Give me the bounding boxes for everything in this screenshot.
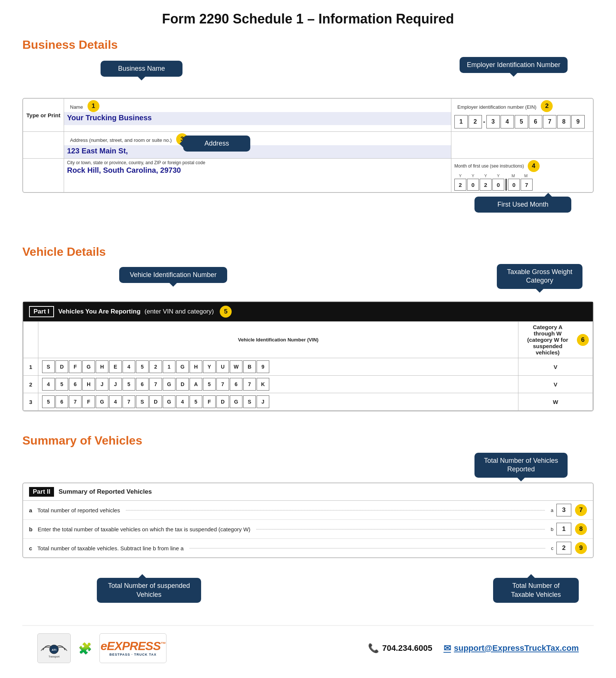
vehicle-table: Vehicle Identification Number (VIN) Cate… bbox=[23, 321, 593, 411]
bubble-suspended: Total Number of suspended Vehicles bbox=[97, 578, 201, 603]
badge-9: 9 bbox=[575, 542, 587, 554]
summary-val-a: 3 bbox=[556, 504, 571, 516]
summary-label-b: Enter the total number of taxable vehicl… bbox=[38, 526, 250, 532]
bubble-taxable: Total Number of Taxable Vehicles bbox=[493, 578, 579, 603]
business-section: Business Details Business Name Employer … bbox=[22, 38, 594, 223]
ein-digit-1: 1 bbox=[454, 115, 468, 128]
puzzle-connector: 🧩 bbox=[78, 642, 92, 655]
vehicle-row-1: 1 SDFGHE4521GHYUWB9 V bbox=[23, 358, 593, 376]
vehicle-vin-2: 456HJJ567GDA5767K bbox=[38, 376, 518, 393]
vehicle-vin-1: SDFGHE4521GHYUWB9 bbox=[38, 358, 518, 376]
summary-part-label: Part II bbox=[29, 487, 54, 497]
summary-key-c: c bbox=[29, 545, 32, 551]
month-m2: 7 bbox=[521, 179, 533, 191]
business-form-box: Type or Print Name 1 Your Trucking Busin… bbox=[22, 98, 594, 193]
ein-field-label: Employer identification number (EIN) bbox=[454, 103, 539, 110]
vehicle-num-2: 2 bbox=[23, 376, 38, 393]
footer-phone: 📞 704.234.6005 bbox=[368, 643, 432, 653]
vehicle-section: Vehicle Details Vehicle Identification N… bbox=[22, 245, 594, 411]
ein-digit-4: 4 bbox=[501, 115, 514, 128]
footer-email[interactable]: ✉ support@ExpressTruckTax.com bbox=[444, 643, 579, 653]
address-value: 123 East Main St, bbox=[64, 145, 451, 158]
month-y4: 0 bbox=[492, 179, 504, 191]
business-section-title: Business Details bbox=[22, 38, 594, 52]
summary-header-text: Summary of Reported Vehicles bbox=[58, 488, 152, 496]
address-field-label: Address (number, street, and room or sui… bbox=[67, 136, 175, 143]
vehicle-row-2: 2 456HJJ567GDA5767K V bbox=[23, 376, 593, 393]
vehicle-num-1: 1 bbox=[23, 358, 38, 376]
vehicle-header: Part I Vehicles You Are Reporting (enter… bbox=[23, 302, 593, 321]
summary-label-a: Total number of reported vehicles bbox=[37, 507, 120, 513]
footer-logos: ATI Transport 🧩 eEXPRESS™ BESTPASS · TRU… bbox=[37, 633, 166, 663]
vehicle-cat-2: V bbox=[518, 376, 593, 393]
vehicle-section-title: Vehicle Details bbox=[22, 245, 594, 259]
badge-5: 5 bbox=[220, 306, 232, 318]
summary-row-a: a Total number of reported vehicles a 3 … bbox=[23, 501, 593, 520]
svg-text:ATI: ATI bbox=[52, 648, 56, 652]
email-icon: ✉ bbox=[444, 643, 451, 653]
ati-logo: ATI Transport bbox=[37, 633, 71, 663]
month-y2: 0 bbox=[467, 179, 479, 191]
first-use-label: Month of first use (see instructions) bbox=[454, 163, 524, 169]
ein-digit-3: 3 bbox=[486, 115, 500, 128]
ein-digit-7: 7 bbox=[543, 115, 556, 128]
bubble-vin: Vehicle Identification Number bbox=[119, 267, 227, 283]
bubble-ein: Employer Identification Number bbox=[460, 57, 568, 73]
summary-key-a: a bbox=[29, 507, 32, 513]
vehicle-row-3: 3 567FG47SDG45FDGSJ W bbox=[23, 393, 593, 411]
summary-section-title: Summary of Vehicles bbox=[22, 434, 594, 448]
summary-row-c: c Total number of taxable vehicles. Subt… bbox=[23, 539, 593, 557]
badge-4: 4 bbox=[528, 160, 540, 172]
summary-value-box-c: c 2 9 bbox=[551, 542, 587, 554]
summary-value-box-b: b 1 8 bbox=[551, 523, 587, 535]
vehicle-form-box: Part I Vehicles You Are Reporting (enter… bbox=[22, 301, 594, 411]
col-vin-header: Vehicle Identification Number (VIN) bbox=[38, 322, 518, 358]
bubble-first-used: First Used Month bbox=[474, 197, 571, 213]
summary-form-box: Part II Summary of Reported Vehicles a T… bbox=[22, 483, 594, 558]
phone-icon: 📞 bbox=[368, 643, 379, 653]
vehicle-cat-3: W bbox=[518, 393, 593, 411]
summary-val-b: 1 bbox=[556, 523, 571, 535]
footer: ATI Transport 🧩 eEXPRESS™ BESTPASS · TRU… bbox=[22, 625, 594, 671]
summary-section: Summary of Vehicles Total Number of Vehi… bbox=[22, 434, 594, 610]
badge-2: 2 bbox=[541, 100, 553, 112]
summary-row-b: b Enter the total number of taxable vehi… bbox=[23, 520, 593, 539]
bubble-business-name: Business Name bbox=[101, 61, 182, 77]
month-y1: 2 bbox=[454, 179, 466, 191]
summary-value-box-a: a 3 7 bbox=[551, 504, 587, 516]
ein-digit-2: 2 bbox=[469, 115, 482, 128]
svg-text:Transport: Transport bbox=[48, 655, 60, 658]
vehicle-header-text: Vehicles You Are Reporting (enter VIN an… bbox=[58, 308, 214, 315]
badge-7: 7 bbox=[575, 504, 587, 516]
express-sub: BESTPASS · TRUCK TAX bbox=[101, 653, 165, 657]
express-logo: eEXPRESS™ BESTPASS · TRUCK TAX bbox=[99, 633, 166, 663]
bubble-total-reported: Total Number of Vehicles Reported bbox=[474, 453, 568, 478]
summary-label-c: Total number of taxable vehicles. Subtra… bbox=[37, 545, 184, 551]
badge-8: 8 bbox=[575, 523, 587, 535]
city-value: Rock Hill, South Carolina, 29730 bbox=[64, 165, 451, 178]
ein-digit-6: 6 bbox=[529, 115, 542, 128]
city-field-label: City or town, state or province, country… bbox=[64, 159, 451, 165]
email-address[interactable]: support@ExpressTruckTax.com bbox=[454, 643, 579, 653]
ein-dash: - bbox=[483, 118, 486, 126]
ein-digit-8: 8 bbox=[557, 115, 571, 128]
type-or-print-label: Type or Print bbox=[23, 99, 64, 131]
col-category-header: Category A through W (category W for sus… bbox=[518, 322, 593, 358]
page-title: Form 2290 Schedule 1 – Information Requi… bbox=[22, 11, 594, 27]
month-y3: 2 bbox=[480, 179, 492, 191]
vehicle-num-3: 3 bbox=[23, 393, 38, 411]
bubble-address: Address bbox=[183, 136, 250, 152]
badge-6: 6 bbox=[577, 334, 589, 346]
month-m1: 0 bbox=[508, 179, 520, 191]
business-name-value: Your Trucking Business bbox=[64, 112, 451, 125]
summary-key-b: b bbox=[29, 526, 32, 532]
vehicle-cat-1: V bbox=[518, 358, 593, 376]
badge-1: 1 bbox=[88, 100, 99, 112]
express-text: eEXPRESS™ bbox=[101, 640, 165, 653]
ein-digit-9: 9 bbox=[571, 115, 585, 128]
summary-val-c: 2 bbox=[556, 542, 571, 554]
phone-number: 704.234.6005 bbox=[382, 643, 432, 653]
vehicle-vin-3: 567FG47SDG45FDGSJ bbox=[38, 393, 518, 411]
name-field-label: Name bbox=[67, 103, 86, 110]
summary-header: Part II Summary of Reported Vehicles bbox=[23, 483, 593, 501]
